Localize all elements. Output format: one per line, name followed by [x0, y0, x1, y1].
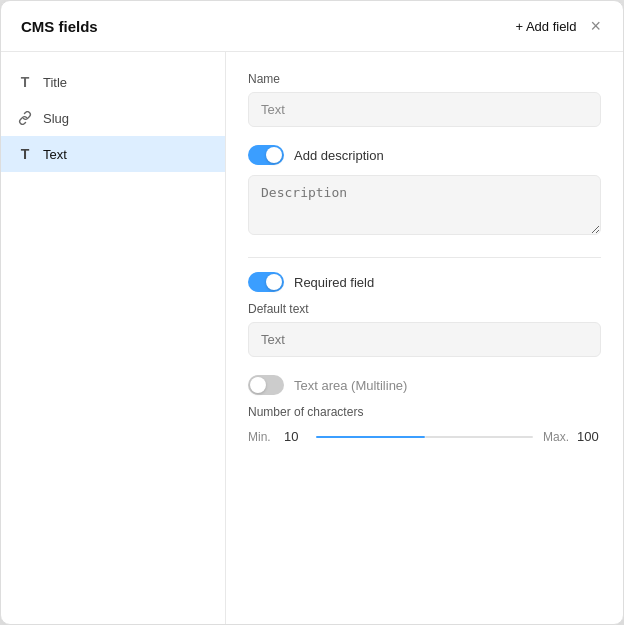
sidebar-item-slug[interactable]: Slug	[1, 100, 225, 136]
text-area-row: Text area (Multiline)	[248, 375, 601, 395]
slug-icon	[17, 110, 33, 126]
title-icon: T	[17, 74, 33, 90]
divider-1	[248, 257, 601, 258]
description-field-group	[248, 175, 601, 239]
max-line	[425, 436, 534, 438]
sidebar-item-label: Slug	[43, 111, 69, 126]
sidebar-item-label: Title	[43, 75, 67, 90]
sidebar-item-label: Text	[43, 147, 67, 162]
max-value: 100	[577, 429, 601, 444]
text-icon: T	[17, 146, 33, 162]
content-panel: Name Add description	[226, 52, 623, 624]
sidebar-item-title[interactable]: T Title	[1, 64, 225, 100]
modal-header: CMS fields + Add field ×	[1, 1, 623, 52]
description-textarea[interactable]	[248, 175, 601, 235]
name-label: Name	[248, 72, 601, 86]
min-section: Min. 10	[248, 429, 425, 444]
modal-title: CMS fields	[21, 18, 98, 35]
text-area-label: Text area (Multiline)	[294, 378, 407, 393]
close-button[interactable]: ×	[588, 17, 603, 35]
max-section: Max. 100	[425, 429, 602, 444]
sidebar: T Title Slug T Text	[1, 52, 226, 624]
num-characters-label: Number of characters	[248, 405, 601, 419]
cms-fields-modal: CMS fields + Add field × T Title Slug	[0, 0, 624, 625]
default-text-group: Default text	[248, 302, 601, 357]
name-input[interactable]	[248, 92, 601, 127]
text-area-toggle[interactable]	[248, 375, 284, 395]
num-characters-group: Number of characters Min. 10 Max. 100	[248, 405, 601, 444]
add-description-row: Add description	[248, 145, 601, 165]
min-line	[316, 436, 425, 438]
sidebar-item-text[interactable]: T Text	[1, 136, 225, 172]
add-field-button[interactable]: + Add field	[515, 19, 576, 34]
default-text-input[interactable]	[248, 322, 601, 357]
required-field-row: Required field	[248, 272, 601, 292]
min-label: Min.	[248, 430, 276, 444]
name-field-group: Name	[248, 72, 601, 127]
modal-body: T Title Slug T Text Name	[1, 52, 623, 624]
add-description-label: Add description	[294, 148, 384, 163]
min-value: 10	[284, 429, 308, 444]
min-max-row: Min. 10 Max. 100	[248, 429, 601, 444]
required-field-label: Required field	[294, 275, 374, 290]
add-description-toggle[interactable]	[248, 145, 284, 165]
default-text-label: Default text	[248, 302, 601, 316]
max-label: Max.	[541, 430, 569, 444]
required-field-toggle[interactable]	[248, 272, 284, 292]
header-actions: + Add field ×	[515, 17, 603, 35]
